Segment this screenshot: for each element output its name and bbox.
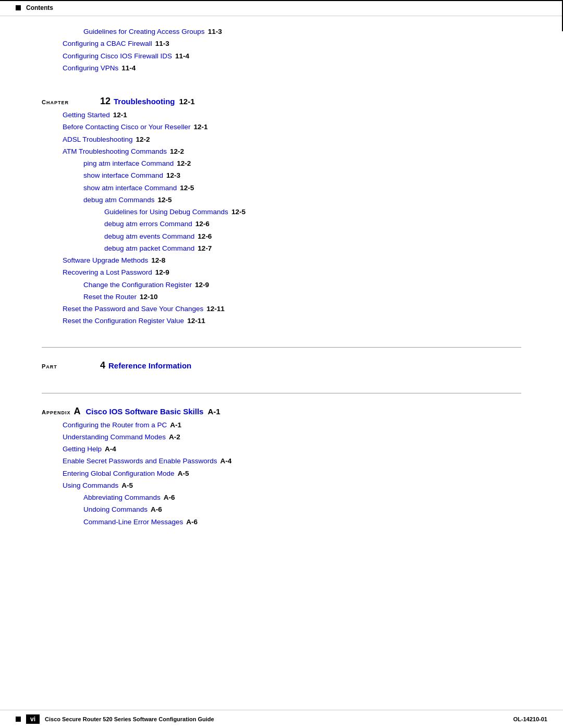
- page-footer: vi Cisco Secure Router 520 Series Softwa…: [0, 710, 563, 728]
- toc-link[interactable]: debug atm errors Command: [104, 219, 192, 229]
- list-item: Using Commands A-5: [42, 480, 521, 491]
- toc-link[interactable]: Guidelines for Using Debug Commands: [104, 207, 228, 217]
- appendix-label: APPENDIX: [42, 409, 70, 415]
- footer-square-icon: [16, 717, 21, 722]
- part-label: PART: [42, 363, 94, 369]
- footer-page-number: vi: [26, 714, 40, 724]
- toc-content: Guidelines for Creating Access Groups 11…: [0, 16, 563, 571]
- list-item: Enable Secret Passwords and Enable Passw…: [42, 456, 521, 466]
- toc-page: 11-3: [155, 39, 169, 49]
- list-item: Getting Started 12-1: [42, 110, 521, 120]
- toc-link[interactable]: debug atm Commands: [83, 195, 155, 205]
- toc-page: 11-3: [208, 27, 222, 37]
- section-separator: [42, 347, 521, 348]
- list-item: Before Contacting Cisco or Your Reseller…: [42, 122, 521, 132]
- toc-page: A-4: [105, 444, 116, 454]
- toc-link[interactable]: Guidelines for Creating Access Groups: [83, 27, 205, 37]
- list-item: Abbreviating Commands A-6: [42, 492, 521, 503]
- top-border: [0, 0, 563, 1]
- toc-link[interactable]: Change the Configuration Register: [83, 280, 192, 290]
- page-header: Contents: [0, 0, 563, 16]
- toc-link[interactable]: Getting Help: [63, 444, 102, 454]
- part-4-header: PART 4 Reference Information: [42, 360, 521, 371]
- list-item: Reset the Router 12-10: [42, 292, 521, 302]
- toc-link[interactable]: show interface Command: [83, 170, 163, 181]
- appendix-a-entries: Configuring the Router from a PC A-1 Und…: [42, 420, 521, 527]
- toc-link[interactable]: Configuring a CBAC Firewall: [63, 39, 152, 49]
- toc-page: A-4: [220, 456, 231, 466]
- toc-page: A-6: [186, 517, 198, 527]
- toc-page: 12-1: [113, 110, 127, 120]
- spacer: [42, 374, 521, 382]
- chapter-label: CHAPTER: [42, 99, 94, 105]
- list-item: Change the Configuration Register 12-9: [42, 280, 521, 290]
- list-item: Getting Help A-4: [42, 444, 521, 454]
- toc-link[interactable]: show atm interface Command: [83, 183, 177, 193]
- toc-page: 11-4: [121, 63, 136, 73]
- footer-doc-num: OL-14210-01: [513, 716, 547, 722]
- toc-link[interactable]: Abbreviating Commands: [83, 492, 161, 503]
- list-item: Configuring the Router from a PC A-1: [42, 420, 521, 430]
- chapter-12-header: CHAPTER 12 Troubleshooting 12-1: [42, 96, 521, 107]
- part-number: 4: [100, 360, 105, 371]
- toc-link[interactable]: Undoing Commands: [83, 504, 148, 515]
- toc-page: 11-4: [175, 51, 189, 61]
- toc-link[interactable]: Recovering a Lost Password: [63, 267, 152, 278]
- toc-page: 12-2: [136, 134, 150, 145]
- toc-page: A-6: [164, 492, 175, 503]
- list-item: Recovering a Lost Password 12-9: [42, 267, 521, 278]
- list-item: show interface Command 12-3: [42, 170, 521, 181]
- list-item: ATM Troubleshooting Commands 12-2: [42, 146, 521, 157]
- toc-link[interactable]: debug atm events Command: [104, 231, 194, 242]
- list-item: Configuring a CBAC Firewall 11-3: [42, 39, 521, 49]
- toc-page: A-2: [169, 432, 180, 442]
- list-item: ADSL Troubleshooting 12-2: [42, 134, 521, 145]
- toc-page: 12-9: [155, 267, 169, 278]
- toc-link[interactable]: ADSL Troubleshooting: [63, 134, 133, 145]
- toc-page: 12-5: [231, 207, 246, 217]
- toc-link[interactable]: debug atm packet Command: [104, 243, 194, 254]
- toc-link[interactable]: Configuring Cisco IOS Firewall IDS: [63, 51, 172, 61]
- list-item: debug atm events Command 12-6: [42, 231, 521, 242]
- toc-page: 12-2: [177, 158, 191, 169]
- toc-link[interactable]: Software Upgrade Methods: [63, 255, 148, 266]
- toc-link[interactable]: Enable Secret Passwords and Enable Passw…: [63, 456, 217, 466]
- toc-page: 12-6: [195, 219, 210, 229]
- toc-link[interactable]: Understanding Command Modes: [63, 432, 166, 442]
- toc-link[interactable]: ATM Troubleshooting Commands: [63, 146, 167, 157]
- toc-link[interactable]: Reset the Router: [83, 292, 137, 302]
- toc-page: 12-8: [151, 255, 165, 266]
- toc-link[interactable]: Reset the Password and Save Your Changes: [63, 304, 203, 314]
- chapter-12-entries: Getting Started 12-1 Before Contacting C…: [42, 110, 521, 327]
- toc-link[interactable]: Before Contacting Cisco or Your Reseller: [63, 122, 190, 132]
- header-label: Contents: [26, 4, 53, 11]
- toc-page: A-1: [170, 420, 181, 430]
- list-item: Undoing Commands A-6: [42, 504, 521, 515]
- chapter-number: 12: [100, 96, 111, 107]
- list-item: Software Upgrade Methods 12-8: [42, 255, 521, 266]
- toc-page: 12-6: [198, 231, 212, 242]
- toc-link[interactable]: Configuring the Router from a PC: [63, 420, 167, 430]
- list-item: Reset the Configuration Register Value 1…: [42, 316, 521, 326]
- chapter-title-link[interactable]: Troubleshooting: [114, 97, 175, 106]
- list-item: show atm interface Command 12-5: [42, 183, 521, 193]
- list-item: debug atm Commands 12-5: [42, 195, 521, 205]
- toc-link[interactable]: Using Commands: [63, 480, 118, 491]
- list-item: debug atm errors Command 12-6: [42, 219, 521, 229]
- page-container: Contents Guidelines for Creating Access …: [0, 0, 563, 728]
- toc-link[interactable]: Reset the Configuration Register Value: [63, 316, 184, 326]
- toc-link[interactable]: Configuring VPNs: [63, 63, 118, 73]
- list-item: Command-Line Error Messages A-6: [42, 517, 521, 527]
- list-item: Guidelines for Using Debug Commands 12-5: [42, 207, 521, 217]
- appendix-title-link[interactable]: Cisco IOS Software Basic Skills: [85, 407, 203, 416]
- toc-link[interactable]: Command-Line Error Messages: [83, 517, 183, 527]
- appendix-a-header: APPENDIX A Cisco IOS Software Basic Skil…: [42, 406, 521, 417]
- toc-link[interactable]: Getting Started: [63, 110, 110, 120]
- part-title-link[interactable]: Reference Information: [108, 361, 191, 370]
- section-separator-2: [42, 393, 521, 393]
- toc-page: 12-2: [170, 146, 184, 157]
- toc-page: 12-10: [140, 292, 158, 302]
- toc-link[interactable]: Entering Global Configuration Mode: [63, 468, 175, 479]
- toc-link[interactable]: ping atm interface Command: [83, 158, 174, 169]
- footer-title: Cisco Secure Router 520 Series Software …: [45, 716, 214, 722]
